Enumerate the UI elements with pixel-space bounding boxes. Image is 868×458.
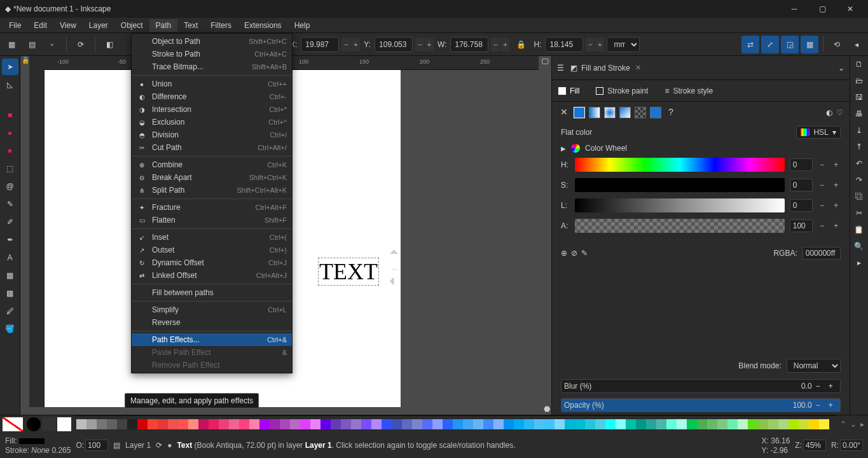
menu-item-fracture[interactable]: ✦FractureCtrl+Alt+F bbox=[132, 201, 292, 214]
save-icon[interactable]: 🖫 bbox=[855, 93, 863, 102]
paste-icon[interactable]: 📋 bbox=[854, 225, 864, 234]
w-dec[interactable]: − bbox=[491, 38, 500, 52]
menu-item-inset[interactable]: ↙InsetCtrl+( bbox=[132, 231, 292, 244]
copy-icon[interactable]: ⿻ bbox=[855, 192, 863, 201]
opacity-inc[interactable]: + bbox=[829, 401, 837, 410]
zoom-icon[interactable]: 🔍 bbox=[854, 242, 864, 251]
menu-item-linked-offset[interactable]: ⇄Linked OffsetCtrl+Alt+J bbox=[132, 269, 292, 282]
no-paint-button[interactable]: ✕ bbox=[558, 107, 570, 118]
linear-gradient-button[interactable] bbox=[589, 107, 600, 118]
palette-swatch[interactable] bbox=[595, 419, 605, 429]
palette-swatch[interactable] bbox=[483, 419, 493, 429]
palette-swatch[interactable] bbox=[565, 419, 575, 429]
snap-icon[interactable]: ⟲ bbox=[828, 36, 846, 53]
dropper-tool[interactable]: 🖉 bbox=[2, 303, 18, 319]
h-dec[interactable]: − bbox=[586, 38, 595, 52]
w-inc[interactable]: + bbox=[500, 38, 509, 52]
layer-vis-icon[interactable]: ▤ bbox=[113, 441, 120, 450]
palette-swatch[interactable] bbox=[422, 419, 432, 429]
palette-swatch[interactable] bbox=[259, 419, 270, 429]
palette-swatch[interactable] bbox=[677, 419, 687, 429]
palette-swatch[interactable] bbox=[524, 419, 534, 429]
menu-path[interactable]: Path bbox=[149, 19, 178, 32]
new-doc-icon[interactable]: 🗋 bbox=[855, 60, 863, 69]
spiral-tool[interactable]: @ bbox=[2, 178, 18, 195]
display-popup-icon[interactable]: 🖵 bbox=[541, 57, 549, 66]
collapse-icon[interactable]: ◂ bbox=[848, 36, 865, 53]
calligraphy-tool[interactable]: ✒ bbox=[2, 232, 18, 248]
tab-close-icon[interactable]: ✕ bbox=[635, 64, 641, 72]
palette-swatch[interactable] bbox=[168, 419, 178, 429]
palette-swatch[interactable] bbox=[382, 419, 392, 429]
menu-item-split-path[interactable]: ⋔Split PathShift+Ctrl+Alt+K bbox=[132, 184, 292, 197]
palette-swatch[interactable] bbox=[697, 419, 707, 429]
palette-swatch[interactable] bbox=[117, 419, 127, 429]
paint-bucket-tool[interactable]: 🪣 bbox=[2, 321, 18, 337]
deselect-icon[interactable]: ▫ bbox=[43, 36, 61, 53]
y-dec[interactable]: − bbox=[415, 38, 424, 52]
menu-view[interactable]: View bbox=[53, 19, 83, 32]
mesh-gradient-button[interactable] bbox=[619, 107, 631, 118]
palette-swatch[interactable] bbox=[97, 419, 107, 429]
pen-tool[interactable]: ✎ bbox=[2, 196, 18, 212]
palette-swatch[interactable] bbox=[402, 419, 412, 429]
palette-swatch[interactable] bbox=[626, 419, 636, 429]
a-value[interactable] bbox=[790, 219, 813, 232]
3dbox-tool[interactable]: ⬚ bbox=[2, 160, 18, 177]
palette-swatch[interactable] bbox=[666, 419, 677, 429]
palette-swatch[interactable] bbox=[687, 419, 697, 429]
palette-swatch[interactable] bbox=[443, 419, 453, 429]
blur-dec[interactable]: − bbox=[816, 382, 825, 391]
a-inc[interactable]: + bbox=[832, 221, 841, 230]
blur-inc[interactable]: + bbox=[829, 382, 837, 391]
tab-layers[interactable]: ☰ bbox=[557, 64, 564, 73]
palette-swatch[interactable] bbox=[361, 419, 371, 429]
palette-swatch[interactable] bbox=[239, 419, 249, 429]
mesh-tool[interactable]: ▩ bbox=[2, 285, 18, 302]
s-inc[interactable]: + bbox=[832, 181, 841, 190]
palette-swatch[interactable] bbox=[504, 419, 514, 429]
l-dec[interactable]: − bbox=[818, 201, 827, 210]
text-tool[interactable]: A bbox=[2, 249, 18, 266]
palette-swatch[interactable] bbox=[76, 419, 86, 429]
hole-icon[interactable]: ◐ bbox=[826, 108, 832, 117]
subtab-stroke-style[interactable]: ≡Stroke style bbox=[665, 84, 713, 98]
l-inc[interactable]: + bbox=[832, 201, 841, 210]
expand-icon[interactable]: ▶ bbox=[561, 145, 566, 152]
palette-swatch[interactable] bbox=[188, 419, 198, 429]
palette-swatch[interactable] bbox=[717, 419, 727, 429]
opacity-slider[interactable]: Opacity (%) 100.0 −+ bbox=[561, 398, 841, 412]
print-icon[interactable]: 🖶 bbox=[855, 109, 863, 118]
h-inc[interactable]: + bbox=[595, 38, 604, 52]
palette-swatch[interactable] bbox=[534, 419, 544, 429]
x-dec[interactable]: − bbox=[341, 38, 350, 52]
palette-swatch[interactable] bbox=[229, 419, 239, 429]
x-input[interactable] bbox=[301, 37, 339, 52]
fill-rule-icon[interactable]: ♡ bbox=[836, 108, 843, 117]
menu-item-combine[interactable]: ⊕CombineCtrl+K bbox=[132, 158, 292, 171]
menu-extensions[interactable]: Extensions bbox=[238, 19, 288, 32]
stroke-width[interactable]: 0.265 bbox=[52, 446, 71, 455]
palette-swatch[interactable] bbox=[453, 419, 463, 429]
menu-file[interactable]: File bbox=[3, 19, 27, 32]
tab-fill-stroke[interactable]: ◩ Fill and Stroke ✕ bbox=[570, 64, 641, 73]
rgba-input[interactable] bbox=[803, 247, 841, 260]
window-maximize[interactable]: ▢ bbox=[809, 0, 835, 18]
menu-item-outset[interactable]: ↗OutsetCtrl+) bbox=[132, 244, 292, 256]
palette-swatch[interactable] bbox=[107, 419, 117, 429]
w-input[interactable] bbox=[450, 37, 488, 52]
rotate-icon[interactable]: ⟳ bbox=[72, 36, 90, 53]
y-inc[interactable]: + bbox=[425, 38, 434, 52]
palette-swatch[interactable] bbox=[555, 419, 565, 429]
palette-swatch[interactable] bbox=[148, 419, 158, 429]
palette-swatch[interactable] bbox=[636, 419, 646, 429]
h-input[interactable] bbox=[545, 37, 583, 52]
pattern-button[interactable] bbox=[635, 107, 646, 118]
palette-menu-icon[interactable]: ▸ bbox=[860, 420, 864, 429]
menu-item-union[interactable]: ●UnionCtrl++ bbox=[132, 78, 292, 90]
transform-corner-icon[interactable]: ◲ bbox=[781, 36, 799, 53]
palette-swatch[interactable] bbox=[341, 419, 351, 429]
h-dec[interactable]: − bbox=[818, 160, 827, 169]
palette-swatch[interactable] bbox=[656, 419, 666, 429]
lock-wh-icon[interactable]: 🔒 bbox=[512, 36, 530, 53]
